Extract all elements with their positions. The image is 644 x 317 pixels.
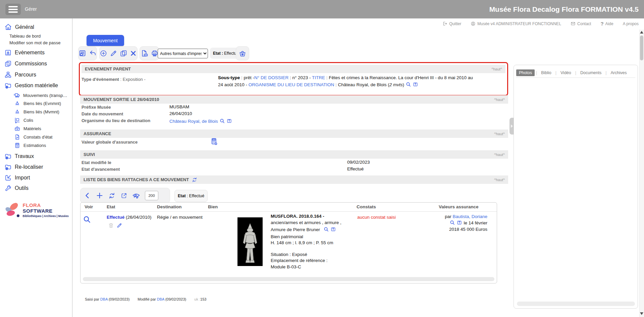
sidebar-item-mouvements[interactable]: Mouvements (transp… — [13, 92, 67, 99]
eye-horus-icon[interactable] — [132, 192, 140, 200]
tab-mouvement[interactable]: Mouvement — [87, 35, 124, 46]
section-assurance: ASSURANCE ^haut^ — [80, 129, 508, 138]
sidebar-item-general[interactable]: Général — [4, 23, 34, 31]
chevron-left-icon[interactable] — [84, 192, 91, 199]
open-window-icon[interactable] — [457, 220, 462, 225]
home-icon — [4, 23, 12, 31]
open-window-icon[interactable] — [413, 82, 418, 87]
copy-icon[interactable] — [120, 49, 127, 57]
magnifier-icon[interactable] — [219, 118, 225, 124]
trolley-icon — [14, 117, 20, 123]
row-valeurs-cell: par Bautista, Doriane le 14 février 2018… — [439, 213, 487, 232]
panel-collapse-handle[interactable] — [509, 118, 514, 135]
liste-etat-badge: Etat : Effectué — [174, 190, 208, 202]
logo-tagline: Bibliothèques | Archives | Musées — [23, 214, 70, 218]
table-horizontal-scrollbar[interactable] — [83, 277, 494, 281]
calculator-small-icon[interactable] — [210, 138, 218, 145]
trash-icon[interactable] — [108, 222, 114, 228]
plus-icon[interactable] — [96, 192, 103, 199]
basket-icon[interactable] — [238, 49, 247, 57]
haut-link[interactable]: ^haut^ — [494, 153, 505, 157]
scrollbar-up-arrow[interactable] — [640, 30, 643, 34]
briefcase-icon — [14, 125, 20, 132]
col-voir: Voir — [85, 204, 93, 209]
tab-archives[interactable]: Archives — [608, 69, 629, 76]
row-destination-cell: Régie / en mouvement — [157, 215, 203, 220]
voir-magnifier-icon[interactable] — [83, 215, 91, 224]
delete-x-icon[interactable] — [129, 49, 137, 57]
tab-documents[interactable]: Documents — [578, 69, 604, 76]
assurance-user-link[interactable]: Bautista, Doriane — [452, 214, 487, 219]
saisi-user-link[interactable]: DBA — [100, 297, 108, 301]
magnifier-icon[interactable] — [323, 226, 329, 232]
tab-photos[interactable]: Photos — [516, 69, 535, 76]
sidebar-item-commissions[interactable]: Commissions — [4, 60, 47, 67]
row-pencil-icon[interactable] — [116, 222, 122, 228]
row-bien-cell: MUSFLORA. 2018.0.164 - ancien/armes et a… — [271, 213, 358, 270]
menu-label[interactable]: Gérer — [25, 0, 37, 18]
printer-icon[interactable] — [151, 49, 159, 57]
col-constats: Constats — [357, 204, 376, 209]
haut-link[interactable]: ^haut^ — [494, 98, 505, 102]
sidebar-item-outils[interactable]: Outils — [4, 184, 29, 192]
list-search-icon[interactable] — [78, 49, 87, 57]
contact-link[interactable]: Contact — [571, 21, 591, 26]
sidebar-item-estimations[interactable]: Estimations — [14, 142, 46, 149]
open-external-icon[interactable] — [120, 192, 127, 199]
apropos-link[interactable]: A propos — [623, 21, 639, 26]
truck-icon — [13, 92, 20, 99]
sidebar-item-tableau-de-bord[interactable]: Tableau de bord — [9, 34, 41, 39]
refresh-icon[interactable] — [192, 177, 198, 183]
hamburger-menu-icon[interactable] — [5, 4, 21, 15]
flora-software-logo: FLORA SOFTWARE Bibliothèques | Archives … — [4, 200, 70, 220]
page-size-input[interactable] — [145, 191, 158, 200]
sidebar-item-modifier-mot-de-passe[interactable]: Modifier son mot de passe — [9, 40, 60, 45]
aide-link[interactable]: ?Aide — [600, 21, 613, 27]
etat-avancement-label: Etat d'avancement — [82, 167, 120, 172]
print-file-icon[interactable] — [140, 49, 148, 57]
sidebar-item-gestion-materielle[interactable]: Gestion matérielle — [4, 82, 58, 89]
haut-link[interactable]: ^haut^ — [494, 178, 505, 182]
sidebar-item-materiels[interactable]: Matériels — [14, 125, 41, 132]
wrench-icon — [4, 184, 12, 192]
bien-thumbnail[interactable] — [237, 217, 263, 266]
tab-video[interactable]: Vidéo — [558, 69, 574, 76]
recycle-icon[interactable] — [108, 192, 116, 200]
prefixe-musee-value: MUSBAM — [169, 104, 189, 109]
undo-icon[interactable] — [89, 49, 97, 57]
record-footer: Saisi par DBA (09/02/2023) Modifié par D… — [85, 297, 206, 301]
open-window-icon[interactable] — [226, 118, 232, 124]
sidebar-item-travaux[interactable]: Travaux — [4, 153, 34, 160]
sidebar-item-colis[interactable]: Colis — [14, 117, 33, 123]
sidebar-item-parcours[interactable]: Parcours — [4, 71, 36, 78]
date-mouvement-label: Date du mouvement — [82, 111, 123, 116]
sidebar-item-import[interactable]: Import — [4, 174, 30, 181]
toolbar-group-view — [78, 46, 97, 60]
modifie-user-link[interactable]: DBA — [157, 297, 164, 301]
bien-type: Bien patrimonial — [271, 234, 358, 240]
folder-globe-icon — [4, 163, 12, 171]
sidebar-item-biens-lies-evnmnt[interactable]: Biens liés (Evnmnt) — [14, 100, 61, 107]
date-mouvement-value: 26/04/2010 — [169, 111, 192, 116]
print-format-select[interactable]: Autres formats d'impression... — [158, 49, 208, 58]
scrollbar-down-arrow[interactable] — [640, 312, 643, 316]
scrollbar-thumb[interactable] — [640, 36, 643, 60]
pencil-icon[interactable] — [110, 49, 117, 57]
sidebar-item-re-localiser[interactable]: Re-localiser — [4, 163, 43, 171]
bien-ref[interactable]: MUSFLORA. 2018.0.164 - — [271, 214, 324, 219]
vertical-scrollbar[interactable] — [639, 30, 644, 317]
sidebar-item-biens-lies-mvmnt[interactable]: Biens liés (Mvmnt) — [14, 109, 59, 115]
open-window-icon[interactable] — [330, 226, 336, 232]
sidebar-item-evenements[interactable]: Evènements — [4, 49, 45, 56]
haut-link[interactable]: ^haut^ — [491, 67, 502, 71]
media-panel-scrollbar[interactable] — [517, 302, 635, 306]
magnifier-icon[interactable] — [449, 220, 455, 225]
quitter-link[interactable]: Quitter — [442, 21, 461, 26]
top-bar: Gérer Musée Flora Decalog Flora FORMATIO… — [0, 0, 644, 18]
magnifier-icon[interactable] — [406, 82, 411, 87]
sidebar-item-constats-etat[interactable]: Constats d'état — [14, 134, 52, 140]
haut-link[interactable]: ^haut^ — [494, 132, 505, 136]
tab-biblio[interactable]: Biblio — [538, 69, 554, 76]
add-circle-icon[interactable] — [100, 49, 107, 57]
user-link[interactable]: Musée v4 ADMINISTRATEUR FONCTIONNEL — [471, 21, 561, 26]
